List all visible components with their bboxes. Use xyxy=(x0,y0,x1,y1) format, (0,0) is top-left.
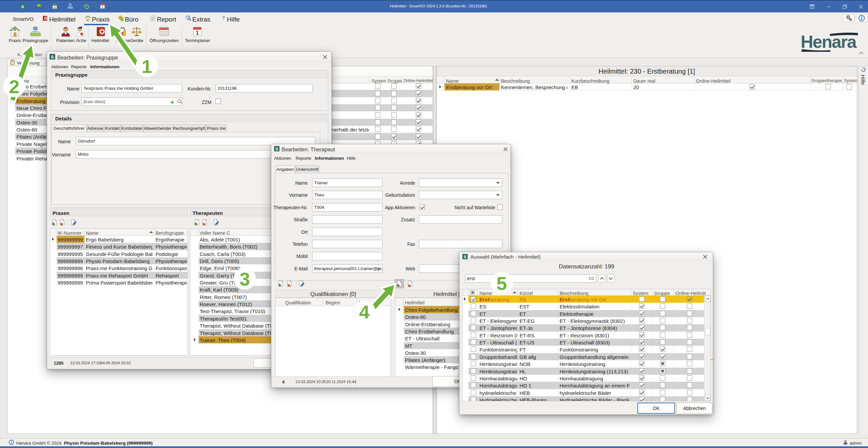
svg-text:5: 5 xyxy=(496,273,507,294)
svg-text:3: 3 xyxy=(239,268,250,289)
svg-text:2: 2 xyxy=(9,76,19,97)
svg-text:1: 1 xyxy=(142,56,152,77)
svg-text:4: 4 xyxy=(359,301,369,322)
